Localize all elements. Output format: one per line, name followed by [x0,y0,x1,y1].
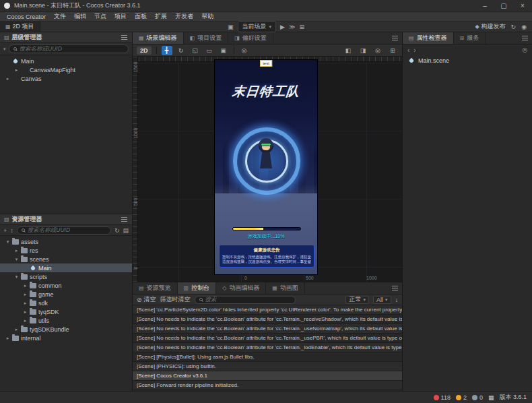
expand-arrow-icon[interactable] [14,327,19,332]
menu-item[interactable]: 节点 [90,12,110,21]
workspace-tab-2d-project[interactable]: ▦ 2D 项目 [0,22,40,32]
inspected-scene-row[interactable]: Main.scene [403,55,532,66]
close-button[interactable]: × [513,0,532,11]
menu-item[interactable]: 扩展 [151,12,171,21]
expand-arrow-icon[interactable] [23,283,28,288]
asset-node[interactable]: internal [0,334,132,342]
hierarchy-filter-icon[interactable]: ▾ [3,46,6,52]
gizmo-tool-icon[interactable]: ▣ [218,46,229,55]
console-panel-tab[interactable]: ▤ 资源预览 [133,282,178,294]
asset-node[interactable]: tyqSDK [0,307,132,316]
nav-forward-icon[interactable]: › [413,46,415,54]
scene-panel-tab[interactable]: ◧ 项目设置 [184,32,229,44]
inspector-tab[interactable]: ⊞ 服务 [454,32,486,44]
hierarchy-node[interactable]: Canvas [0,74,132,83]
move-tool-icon[interactable]: ╋ [162,46,172,55]
console-log-row[interactable]: [Scene] [Physics][Bullet]: Using asm.js … [133,352,402,362]
console-log-row[interactable]: [Scene] No needs to indicate the 'cc.Boo… [133,334,402,343]
expand-arrow-icon[interactable] [23,318,28,323]
view-split-icon[interactable]: ◧ [343,46,354,55]
expand-arrow-icon[interactable] [23,309,28,315]
view-layout-icon[interactable]: ◨ [358,46,368,55]
asset-node[interactable]: scenes [0,255,132,264]
menu-item[interactable]: 项目 [110,12,131,21]
expand-arrow-icon[interactable] [14,257,19,262]
step-button[interactable]: ≫ [289,22,295,32]
hierarchy-node[interactable]: CanvasMapFight [0,65,132,74]
menu-item[interactable]: 编辑 [70,12,90,21]
preview-device-icon[interactable]: ▣ [228,22,234,32]
log-level-dropdown[interactable]: 正常 ▾ [345,296,369,304]
layout-icon[interactable]: ⊞ [299,22,304,32]
console-panel-tab[interactable]: ◇ 动画编辑器 [216,282,266,294]
expand-arrow-icon[interactable] [5,76,10,82]
layout-grid-icon[interactable]: ▦ [488,394,494,401]
build-publish-button[interactable]: ◆ 构建发布 [475,22,505,31]
console-search-input[interactable]: 搜索 [195,296,296,304]
info-counter[interactable]: 0 [472,394,483,401]
asset-node[interactable]: utils [0,316,132,325]
console-log-row[interactable]: [Scene] 'cc.ParticleSystem2D.color' hide… [133,305,402,315]
export-log-icon[interactable]: ↓ [395,297,399,303]
hierarchy-search-input[interactable]: 搜索名称或UUID [9,44,129,53]
play-button[interactable]: ▶ [280,22,285,32]
console-log-row[interactable]: [Scene] No needs to indicate the 'cc.Boo… [133,343,402,352]
asset-node[interactable]: scripts [0,272,132,281]
clear-on-filter-toggle[interactable]: 筛选时清空 [160,295,191,304]
user-avatar-icon[interactable]: ◉ [521,22,527,32]
minimize-button[interactable]: – [475,0,494,11]
current-scene-dropdown[interactable]: 当前场景 ▾ [238,21,277,32]
refresh-icon[interactable]: ↻ [114,227,120,234]
console-log-row[interactable]: [Scene] No needs to indicate the 'cc.Boo… [133,315,402,324]
clear-console-button[interactable]: ⊘ 清空 [137,295,156,304]
asset-node[interactable]: tyqSDKBundle [0,325,132,334]
hierarchy-node[interactable]: Main [0,57,132,65]
scene-panel-tab[interactable]: ▦ 场景编辑器 [133,32,184,44]
scene-panel-menu-icon[interactable] [391,34,399,42]
scene-viewport[interactable]: 150010005000 05001000 末日特工队 [133,57,402,282]
pin-icon[interactable]: ◎ [522,46,527,53]
asset-node[interactable]: sdk [0,299,132,307]
hierarchy-menu-icon[interactable] [120,34,128,42]
assets-menu-icon[interactable] [120,216,128,224]
expand-arrow-icon[interactable] [14,248,19,253]
console-panel-tab[interactable]: ▦ 动画图 [266,282,305,294]
expand-arrow-icon[interactable] [5,336,10,341]
asset-node[interactable]: Main [0,264,132,272]
console-menu-icon[interactable] [391,284,399,292]
inspector-tab[interactable]: ▤ 属性检查器 [403,32,454,44]
nav-back-icon[interactable]: ‹ [407,46,409,54]
expand-arrow-icon[interactable] [14,67,19,73]
console-log-row[interactable]: [Scene] No needs to indicate the 'cc.Boo… [133,324,402,334]
menu-item[interactable]: 文件 [50,12,70,21]
rotate-tool-icon[interactable]: ↻ [176,46,187,55]
view-gizmo-settings-icon[interactable]: ◎ [372,46,383,55]
menu-item[interactable]: 面板 [131,12,151,21]
console-log-list[interactable]: [Scene] 'cc.ParticleSystem2D.color' hide… [133,305,402,391]
console-log-row[interactable]: [Scene] Cocos Creator v3.6.1 [133,371,402,381]
pivot-toggle-icon[interactable]: ◎ [239,46,250,55]
assets-search-input[interactable]: 搜索名称或UUID [17,226,111,235]
sync-icon[interactable]: ↻ [511,22,517,32]
asset-node[interactable]: game [0,290,132,299]
add-asset-button[interactable]: + [3,227,7,234]
warning-counter[interactable]: 2 [456,394,467,401]
sort-icon[interactable]: ↕ [10,227,13,234]
collapse-all-icon[interactable]: ▤ [123,227,129,234]
expand-arrow-icon[interactable] [5,239,10,245]
asset-node[interactable]: assets [0,237,132,246]
scale-tool-icon[interactable]: ◱ [190,46,201,55]
inspector-menu-icon[interactable] [521,34,529,42]
log-scope-dropdown[interactable]: All ▾ [373,296,391,304]
asset-node[interactable]: res [0,246,132,255]
game-preview-canvas[interactable]: 末日特工队 游戏加载中...10% 健康游戏忠告 [214,59,318,275]
asset-node[interactable]: common [0,281,132,290]
console-log-row[interactable]: [Scene] [PHYSICS]: using builtin. [133,362,402,371]
scene-panel-tab[interactable]: ◨ 偏好设置 [228,32,273,44]
menu-item[interactable]: 开发者 [171,12,197,21]
mode-2d-toggle[interactable]: 2D [137,46,152,55]
expand-arrow-icon[interactable] [23,301,28,306]
menu-item[interactable]: Cocos Creator [3,13,50,20]
maximize-button[interactable]: ▢ [494,0,513,11]
menu-item[interactable]: 帮助 [197,12,218,21]
